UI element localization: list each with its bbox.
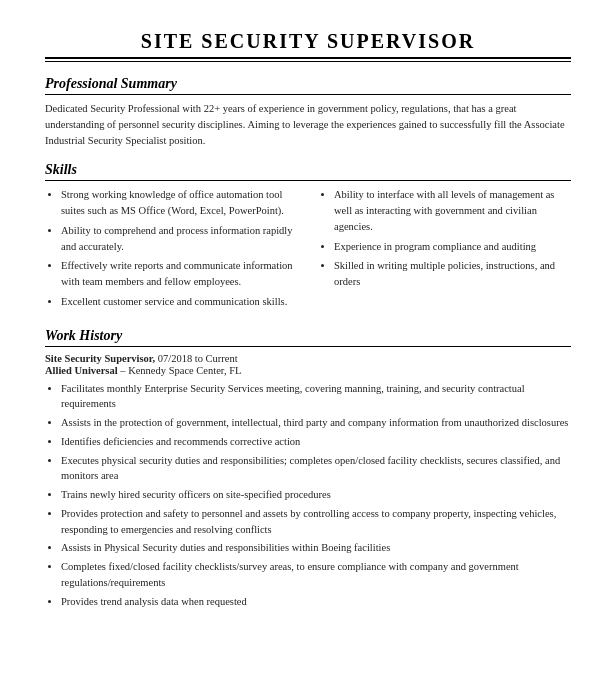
list-item: Provides protection and safety to person… [61,506,571,538]
job-title-text: Site Security Supervisor, [45,353,158,364]
work-history-heading: Work History [45,328,571,347]
list-item: Experience in program compliance and aud… [334,239,571,255]
summary-text: Dedicated Security Professional with 22+… [45,101,571,148]
list-item: Excellent customer service and communica… [61,294,298,310]
list-item: Assists in the protection of government,… [61,415,571,431]
list-item: Trains newly hired security officers on … [61,487,571,503]
job-company: Allied Universal – Kennedy Space Center,… [45,365,571,376]
skills-left-col: Strong working knowledge of office autom… [45,187,298,313]
job-date-range: 07/2018 to Current [158,353,238,364]
skills-heading: Skills [45,162,571,181]
list-item: Assists in Physical Security duties and … [61,540,571,556]
skills-grid: Strong working knowledge of office autom… [45,187,571,313]
list-item: Effectively write reports and communicat… [61,258,298,290]
skills-left-list: Strong working knowledge of office autom… [45,187,298,309]
skills-right-col: Ability to interface with all levels of … [318,187,571,313]
resume-page: Site Security Supervisor Professional Su… [0,0,616,700]
list-item: Strong working knowledge of office autom… [61,187,298,219]
list-item: Identifies deficiencies and recommends c… [61,434,571,450]
skills-right-list: Ability to interface with all levels of … [318,187,571,290]
list-item: Executes physical security duties and re… [61,453,571,485]
list-item: Ability to interface with all levels of … [334,187,571,234]
title-divider-top [45,57,571,59]
job-title: Site Security Supervisor, 07/2018 to Cur… [45,353,571,364]
resume-title: Site Security Supervisor [45,30,571,53]
company-location: – Kennedy Space Center, FL [118,365,242,376]
list-item: Skilled in writing multiple policies, in… [334,258,571,290]
list-item: Completes fixed/closed facility checklis… [61,559,571,591]
summary-heading: Professional Summary [45,76,571,95]
list-item: Ability to comprehend and process inform… [61,223,298,255]
list-item: Facilitates monthly Enterprise Security … [61,381,571,413]
job-bullets-list: Facilitates monthly Enterprise Security … [45,381,571,610]
title-divider-bottom [45,61,571,62]
list-item: Provides trend analysis data when reques… [61,594,571,610]
job-entry: Site Security Supervisor, 07/2018 to Cur… [45,353,571,610]
company-name: Allied Universal [45,365,118,376]
